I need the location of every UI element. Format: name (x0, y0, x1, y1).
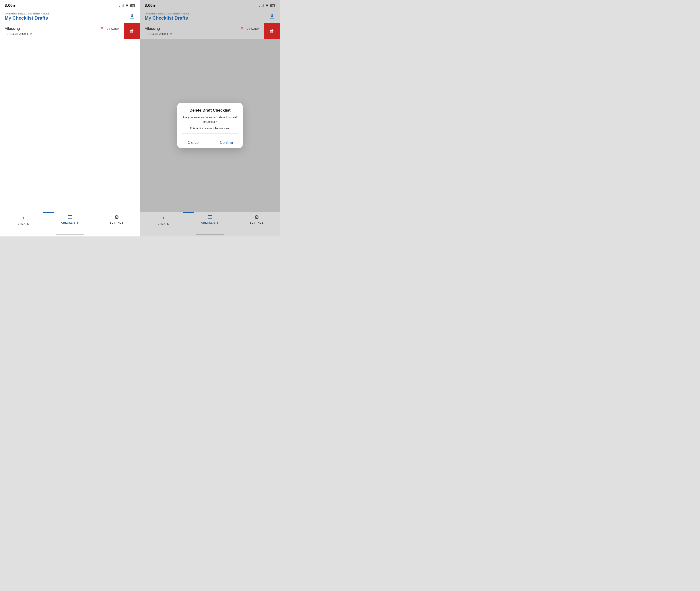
bottom-nav-left: ＋ CREATE ☰ CHECKLISTS ⚙ SETTINGS (0, 212, 140, 233)
checklist-type-left: Atlassing (5, 26, 20, 31)
signal-bar-r4 (263, 4, 264, 7)
nav-indicator-left (43, 212, 54, 213)
plus-icon-left: ＋ (21, 214, 26, 221)
status-icons-right: 52 (260, 4, 275, 7)
signal-bars-right (260, 4, 264, 7)
location-pin-left: 📍 (100, 27, 104, 30)
download-icon-right[interactable] (269, 13, 275, 20)
checklist-type-right: Atlassing (145, 26, 160, 31)
plus-icon-right: ＋ (161, 214, 166, 221)
download-icon-left[interactable] (129, 13, 135, 20)
location-code-right: 17TNJ62 (245, 27, 259, 31)
dialog-message: Are you sure you want to delete this dra… (182, 115, 238, 124)
nav-label-settings-left: SETTINGS (110, 221, 124, 224)
dialog-overlay: Delete Draft Checklist Are you sure you … (140, 39, 280, 212)
dialog-buttons: Cancel Confirm (177, 137, 243, 148)
list-icon-right: ☰ (208, 214, 212, 220)
signal-bar-r2 (261, 6, 261, 7)
dialog-box: Delete Draft Checklist Are you sure you … (177, 103, 243, 148)
location-arrow-left: ▶ (13, 4, 16, 7)
delete-button-left[interactable]: 🗑 (124, 23, 140, 39)
right-phone-panel: 3:06 ▶ 52 ONTARIO BREEDING BIRD ATLAS My… (140, 0, 280, 237)
header-left: ONTARIO BREEDING BIRD ATLAS My Checklist… (0, 10, 140, 23)
bottom-nav-right: ＋ CREATE ☰ CHECKLISTS ⚙ SETTINGS (140, 212, 280, 233)
location-code-left: 17TNJ62 (105, 27, 119, 31)
nav-indicator-right (183, 212, 194, 213)
dialog-divider (182, 133, 238, 134)
nav-item-settings-right[interactable]: ⚙ SETTINGS (247, 214, 266, 224)
signal-bar-r1 (260, 6, 260, 7)
nav-item-create-left[interactable]: ＋ CREATE (14, 214, 33, 225)
page-title-left: My Checklist Drafts (5, 15, 50, 21)
nav-label-create-right: CREATE (158, 222, 169, 225)
signal-bar-r3 (262, 5, 263, 7)
cancel-button[interactable]: Cancel (177, 137, 210, 148)
time-left: 3:06 (5, 3, 13, 8)
confirm-button[interactable]: Confirm (210, 137, 243, 148)
status-bar-right: 3:06 ▶ 52 (140, 0, 280, 10)
status-icons-left: 52 (120, 4, 135, 7)
dialog-warning: This action cannot be undone. (182, 126, 238, 131)
status-time-right: 3:06 ▶ (145, 3, 156, 8)
nav-label-settings-right: SETTINGS (250, 221, 264, 224)
page-title-right: My Checklist Drafts (145, 15, 190, 21)
nav-item-create-right[interactable]: ＋ CREATE (154, 214, 173, 225)
checklist-item-wrapper-right: Atlassing 📍 17TNJ62 , 2024 at 3:05 PM 🗑 (140, 23, 280, 39)
home-indicator-right (140, 233, 280, 237)
signal-bar-2 (121, 6, 121, 7)
delete-button-right[interactable]: 🗑 (264, 23, 280, 39)
checklist-item-right[interactable]: Atlassing 📍 17TNJ62 , 2024 at 3:05 PM (140, 23, 264, 39)
checklist-location-left: 📍 17TNJ62 (100, 27, 119, 31)
header-right: ONTARIO BREEDING BIRD ATLAS My Checklist… (140, 10, 280, 23)
battery-badge-right: 52 (270, 4, 275, 7)
nav-item-checklists-left[interactable]: ☰ CHECKLISTS (61, 214, 79, 224)
status-time-left: 3:06 ▶ (5, 3, 16, 8)
signal-bar-4 (123, 4, 124, 7)
gear-icon-left: ⚙ (114, 214, 119, 220)
dialog-title: Delete Draft Checklist (182, 108, 238, 113)
wifi-icon-left (125, 4, 129, 7)
home-indicator-left (0, 233, 140, 237)
signal-bar-1 (120, 6, 120, 7)
nav-item-checklists-right[interactable]: ☰ CHECKLISTS (201, 214, 219, 224)
nav-item-settings-left[interactable]: ⚙ SETTINGS (107, 214, 126, 224)
nav-label-create-left: CREATE (18, 222, 29, 225)
battery-badge-left: 52 (130, 4, 135, 7)
header-text-right: ONTARIO BREEDING BIRD ATLAS My Checklist… (145, 12, 190, 21)
status-bar-left: 3:06 ▶ 52 (0, 0, 140, 10)
nav-label-checklists-right: CHECKLISTS (201, 221, 219, 224)
signal-bar-3 (122, 5, 123, 7)
time-right: 3:06 (145, 3, 153, 8)
content-area-left (0, 39, 140, 212)
nav-label-checklists-left: CHECKLISTS (61, 221, 79, 224)
dialog-content: Delete Draft Checklist Are you sure you … (177, 103, 243, 137)
home-bar-right (196, 234, 224, 235)
header-text-left: ONTARIO BREEDING BIRD ATLAS My Checklist… (5, 12, 50, 21)
location-pin-right: 📍 (240, 27, 244, 30)
app-name-right: ONTARIO BREEDING BIRD ATLAS (145, 12, 190, 15)
app-name-left: ONTARIO BREEDING BIRD ATLAS (5, 12, 50, 15)
checklist-item-top-left: Atlassing 📍 17TNJ62 (5, 26, 119, 31)
checklist-location-right: 📍 17TNJ62 (240, 27, 259, 31)
trash-icon-left: 🗑 (129, 28, 134, 34)
home-bar-left (56, 234, 84, 235)
signal-bars-left (120, 4, 124, 7)
checklist-date-right: , 2024 at 3:05 PM (145, 32, 259, 36)
wifi-icon-right (265, 4, 269, 7)
checklist-item-left[interactable]: Atlassing 📍 17TNJ62 , 2024 at 3:05 PM (0, 23, 124, 39)
list-icon-left: ☰ (68, 214, 72, 220)
checklist-item-top-right: Atlassing 📍 17TNJ62 (145, 26, 259, 31)
trash-icon-right: 🗑 (269, 28, 274, 34)
location-arrow-right: ▶ (153, 4, 156, 7)
gear-icon-right: ⚙ (254, 214, 259, 220)
content-area-right: Delete Draft Checklist Are you sure you … (140, 39, 280, 212)
checklist-item-wrapper-left: Atlassing 📍 17TNJ62 , 2024 at 3:05 PM 🗑 (0, 23, 140, 39)
left-phone-panel: 3:06 ▶ 52 ONTARIO BREEDING BIRD ATLAS My… (0, 0, 140, 237)
checklist-date-left: , 2024 at 3:05 PM (5, 32, 119, 36)
